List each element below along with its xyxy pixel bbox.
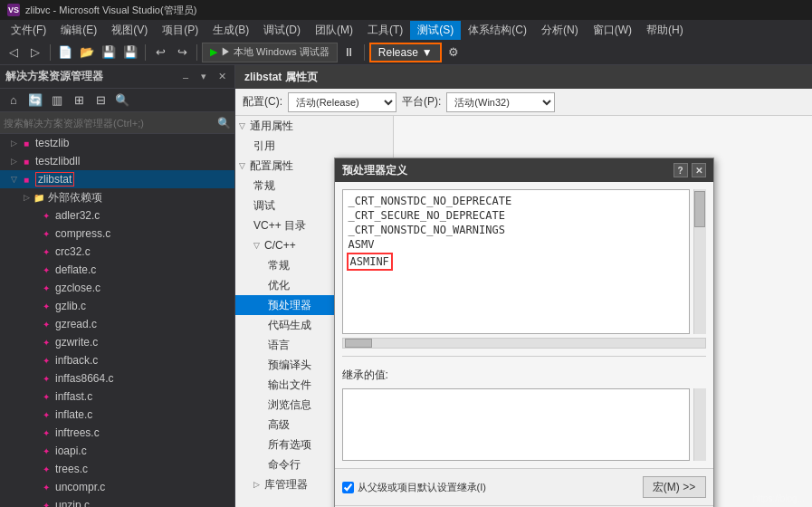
inherited-scrollbar[interactable]: [693, 388, 705, 461]
file-icon: ✦: [40, 426, 53, 439]
sidebar-title-bar: 解决方案资源管理器 – ▾ ✕: [0, 65, 234, 89]
expand-icon-placeholder: [27, 481, 40, 493]
menu-project[interactable]: 项目(P): [155, 21, 205, 40]
project-icon: ■: [20, 137, 33, 149]
sidebar-tb-5[interactable]: ⊟: [91, 91, 110, 110]
file-icon: ✦: [40, 354, 53, 367]
menu-view[interactable]: 视图(V): [104, 21, 155, 40]
sidebar-tb-1[interactable]: ⌂: [4, 91, 24, 110]
tree-item-adler32[interactable]: ✦ adler32.c: [0, 206, 234, 225]
tree-item-inffas8664[interactable]: ✦ inffas8664.c: [0, 369, 234, 387]
debug-button[interactable]: ▶ ▶ 本地 Windows 调试器: [202, 43, 338, 62]
menu-window[interactable]: 窗口(W): [586, 21, 639, 40]
expand-icon: ▷: [253, 480, 264, 489]
toolbar-pause[interactable]: ⏸: [339, 43, 359, 62]
scrollbar-thumb[interactable]: [694, 191, 705, 227]
inherit-checkbox-label[interactable]: 从父级或项目默认设置继承(I): [342, 481, 635, 494]
sidebar-title: 解决方案资源管理器: [5, 69, 103, 84]
tree-item-inftrees[interactable]: ✦ inftrees.c: [0, 424, 234, 442]
sidebar-tb-2[interactable]: 🔄: [25, 91, 45, 110]
menu-build[interactable]: 生成(B): [205, 21, 256, 40]
menu-debug[interactable]: 调试(D): [256, 21, 308, 40]
platform-label: 平台(P):: [402, 94, 441, 110]
tree-item-gzclose[interactable]: ✦ gzclose.c: [0, 279, 234, 297]
tree-item-ioapi[interactable]: ✦ ioapi.c: [0, 442, 234, 460]
menu-file[interactable]: 文件(F): [4, 21, 53, 40]
def-item-asminf[interactable]: ASMINF: [347, 253, 393, 271]
tree-item-testzlib[interactable]: ▷ ■ testzlib: [0, 134, 234, 152]
platform-select[interactable]: 活动(Win32): [446, 92, 555, 112]
def-item-4: ASMV: [347, 237, 686, 252]
sidebar-tb-3[interactable]: ▥: [47, 91, 67, 110]
menu-team[interactable]: 团队(M): [308, 21, 360, 40]
expand-icon-placeholder: [27, 426, 40, 439]
props-title: zlibstat 属性页: [244, 70, 318, 85]
menu-tools[interactable]: 工具(T): [360, 21, 410, 40]
sidebar-tb-4[interactable]: ⊞: [69, 91, 89, 110]
file-icon: ✦: [40, 445, 53, 457]
toolbar-config[interactable]: ⚙: [444, 43, 463, 62]
toolbar-sep-3: [196, 44, 197, 61]
menu-bar: 文件(F) 编辑(E) 视图(V) 项目(P) 生成(B) 调试(D) 团队(M…: [0, 20, 812, 40]
dialog-help-btn[interactable]: ?: [673, 163, 688, 177]
tree-item-extern-deps[interactable]: ▷ 📁 外部依赖项: [0, 188, 234, 206]
inherited-textarea[interactable]: [342, 388, 691, 461]
config-select[interactable]: 活动(Release): [288, 92, 396, 112]
toolbar-back[interactable]: ◁: [4, 43, 24, 62]
tree-item-unzip[interactable]: ✦ unzip.c: [0, 496, 234, 507]
sidebar-close[interactable]: ✕: [215, 70, 229, 84]
tree-item-gzlib[interactable]: ✦ gzlib.c: [0, 297, 234, 315]
file-icon: ✦: [40, 300, 53, 312]
release-label: Release: [378, 46, 418, 59]
tree-item-deflate[interactable]: ✦ deflate.c: [0, 261, 234, 279]
menu-edit[interactable]: 编辑(E): [53, 21, 104, 40]
toolbar-redo[interactable]: ↪: [172, 43, 192, 62]
tree-item-inflate[interactable]: ✦ inflate.c: [0, 406, 234, 424]
horizontal-scrollbar[interactable]: [342, 338, 706, 349]
tree-item-inffast[interactable]: ✦ inffast.c: [0, 387, 234, 406]
main-area: 解决方案资源管理器 – ▾ ✕ ⌂ 🔄 ▥ ⊞ ⊟ 🔍 🔍 ▷ ■ testzl…: [0, 65, 812, 507]
tree-item-uncompr[interactable]: ✦ uncompr.c: [0, 478, 234, 496]
menu-test[interactable]: 测试(S): [410, 21, 461, 40]
dialog-close-btn[interactable]: ✕: [692, 163, 706, 177]
tree-item-trees[interactable]: ✦ trees.c: [0, 460, 234, 478]
toolbar-open[interactable]: 📂: [77, 43, 97, 62]
menu-analyze[interactable]: 分析(N): [534, 21, 586, 40]
toolbar-new-project[interactable]: 📄: [55, 43, 75, 62]
release-dropdown[interactable]: Release ▼: [369, 43, 442, 62]
tree-item-gzread[interactable]: ✦ gzread.c: [0, 315, 234, 333]
debug-label: ▶ 本地 Windows 调试器: [221, 45, 330, 59]
props-tree-reference[interactable]: 引用: [235, 136, 393, 156]
inherit-checkbox[interactable]: [342, 482, 354, 493]
toolbar-undo[interactable]: ↩: [150, 43, 170, 62]
h-scrollbar-thumb[interactable]: [345, 339, 372, 348]
menu-help[interactable]: 帮助(H): [639, 21, 691, 40]
file-icon: ✦: [40, 336, 53, 349]
menu-architecture[interactable]: 体系结构(C): [461, 21, 534, 40]
expand-icon-placeholder: [27, 463, 40, 475]
toolbar: ◁ ▷ 📄 📂 💾 💾 ↩ ↪ ▶ ▶ 本地 Windows 调试器 ⏸ Rel…: [0, 40, 812, 65]
sidebar-controls: – ▾ ✕: [178, 70, 229, 84]
toolbar-save[interactable]: 💾: [99, 43, 119, 62]
main-scrollbar[interactable]: [693, 189, 705, 334]
dialog-title-text: 预处理器定义: [342, 163, 407, 178]
tree-item-infback[interactable]: ✦ infback.c: [0, 351, 234, 369]
tree-item-compress[interactable]: ✦ compress.c: [0, 225, 234, 243]
toolbar-forward[interactable]: ▷: [25, 43, 45, 62]
tree-item-zlibstat[interactable]: ▽ ■ zlibstat: [0, 170, 234, 188]
definitions-textarea[interactable]: _CRT_NONSTDC_NO_DEPRECATE _CRT_SECURE_NO…: [342, 189, 691, 334]
tree-item-crc32[interactable]: ✦ crc32.c: [0, 243, 234, 261]
sidebar-dropdown[interactable]: ▾: [196, 70, 211, 84]
tree-item-testzlibdll[interactable]: ▷ ■ testzlibdll: [0, 152, 234, 170]
expand-icon-placeholder: [27, 209, 40, 222]
macro-button[interactable]: 宏(M) >>: [643, 476, 706, 498]
tree-item-gzwrite[interactable]: ✦ gzwrite.c: [0, 333, 234, 351]
sidebar-search-input[interactable]: [4, 118, 214, 129]
expand-icon: ▷: [20, 191, 33, 204]
toolbar-save-all[interactable]: 💾: [120, 43, 140, 62]
expand-icon-placeholder: [27, 499, 40, 507]
props-tree-general[interactable]: ▽ 通用属性: [235, 116, 393, 136]
expand-icon-placeholder: [27, 282, 40, 294]
sidebar-tb-6[interactable]: 🔍: [112, 91, 132, 110]
sidebar-pin[interactable]: –: [178, 70, 193, 84]
